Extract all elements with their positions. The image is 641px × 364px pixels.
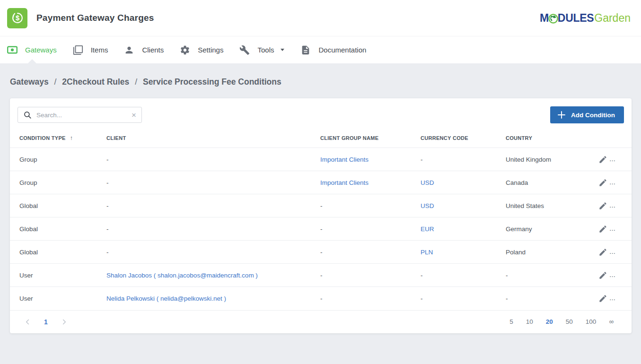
edit-icon[interactable] xyxy=(598,225,607,234)
cell-client-group-name: - xyxy=(316,287,417,310)
previous-page-icon[interactable] xyxy=(23,318,32,326)
cell-currency-code: - xyxy=(417,264,502,287)
search-input[interactable] xyxy=(36,112,127,119)
wrench-icon xyxy=(239,45,250,55)
page-size-50[interactable]: 50 xyxy=(566,318,573,325)
client-group-link[interactable]: Important Clients xyxy=(320,156,369,163)
delete-icon[interactable] xyxy=(619,155,628,164)
breadcrumb-gateways[interactable]: Gateways xyxy=(10,77,49,87)
cell-currency-code: PLN xyxy=(417,241,502,264)
edit-icon[interactable] xyxy=(598,178,607,187)
next-page-icon[interactable] xyxy=(60,318,69,326)
table-header-row: CONDITION TYPE↑ CLIENT CLIENT GROUP NAME… xyxy=(10,127,632,148)
tab-gateways[interactable]: Gateways xyxy=(0,36,65,63)
delete-icon[interactable] xyxy=(619,294,628,303)
tab-label: Tools xyxy=(257,46,274,54)
cell-client: - xyxy=(103,148,316,171)
search-box[interactable]: × xyxy=(18,107,142,123)
column-header-country[interactable]: COUNTRY xyxy=(502,127,585,148)
cell-actions xyxy=(585,264,632,287)
column-header-currency-code[interactable]: CURRENCY CODE xyxy=(417,127,502,148)
table-row: Global - - EUR Germany xyxy=(10,217,632,241)
tab-clients[interactable]: Clients xyxy=(116,36,172,63)
cell-country: Poland xyxy=(502,241,585,264)
tab-tools[interactable]: Tools xyxy=(231,36,292,63)
cell-country: - xyxy=(502,264,585,287)
cell-actions xyxy=(585,287,632,310)
cell-condition-type: Global xyxy=(10,241,103,264)
cell-client: - xyxy=(103,241,316,264)
delete-icon[interactable] xyxy=(619,248,628,257)
edit-icon[interactable] xyxy=(598,201,607,210)
page-size-20[interactable]: 20 xyxy=(546,318,553,325)
table-row: Global - - PLN Poland xyxy=(10,241,632,264)
column-header-client-group-name[interactable]: CLIENT GROUP NAME xyxy=(316,127,417,148)
column-header-condition-type[interactable]: CONDITION TYPE↑ xyxy=(10,127,103,148)
client-group-link[interactable]: Important Clients xyxy=(320,179,369,186)
cell-client-group-name: - xyxy=(316,264,417,287)
client-link[interactable]: Nelida Pelkowski ( nelida@pelkowski.net … xyxy=(106,295,226,302)
currency-link[interactable]: USD xyxy=(421,202,434,209)
main-nav: Gateways Items Clients Settings Tools Do… xyxy=(0,36,641,63)
cell-condition-type: Group xyxy=(10,171,103,194)
client-link[interactable]: Shalon Jacobos ( shalon.jacobos@maidencr… xyxy=(106,272,258,279)
breadcrumb: Gateways / 2Checkout Rules / Service Pro… xyxy=(10,63,632,98)
modulesgarden-logo[interactable]: M DULES Garden xyxy=(540,12,631,25)
tab-label: Documentation xyxy=(318,46,366,54)
tab-documentation[interactable]: Documentation xyxy=(292,36,374,63)
cell-client: - xyxy=(103,217,316,241)
tab-label: Gateways xyxy=(25,46,57,54)
cell-client-group-name: - xyxy=(316,194,417,217)
search-icon xyxy=(23,111,32,120)
copy-icon xyxy=(73,45,83,55)
table-row: Group - Important Clients USD Canada xyxy=(10,171,632,194)
edit-icon[interactable] xyxy=(598,248,607,257)
tab-items[interactable]: Items xyxy=(65,36,116,63)
cell-client: Shalon Jacobos ( shalon.jacobos@maidencr… xyxy=(103,264,316,287)
tab-settings[interactable]: Settings xyxy=(172,36,231,63)
cell-actions xyxy=(585,171,632,194)
edit-icon[interactable] xyxy=(598,155,607,164)
cell-client: - xyxy=(103,171,316,194)
gear-icon xyxy=(180,45,190,55)
delete-icon[interactable] xyxy=(619,271,628,280)
cell-condition-type: User xyxy=(10,287,103,310)
cell-client-group-name: - xyxy=(316,217,417,241)
delete-icon[interactable] xyxy=(619,225,628,234)
edit-icon[interactable] xyxy=(598,271,607,280)
column-header-client[interactable]: CLIENT xyxy=(103,127,316,148)
content-area: Gateways / 2Checkout Rules / Service Pro… xyxy=(0,63,641,333)
clear-search-icon[interactable]: × xyxy=(131,111,137,119)
cell-client: - xyxy=(103,194,316,217)
brand-part-3: Garden xyxy=(594,12,631,25)
cell-country: United Kingdom xyxy=(502,148,585,171)
edit-icon[interactable] xyxy=(598,294,607,303)
add-condition-button[interactable]: Add Condition xyxy=(550,106,624,123)
app-header: $ Payment Gateway Charges M DULES Garden xyxy=(0,0,641,36)
brand-part-1: M xyxy=(540,12,549,25)
breadcrumb-separator: / xyxy=(135,77,137,87)
delete-icon[interactable] xyxy=(619,178,628,187)
person-icon xyxy=(124,45,134,55)
globe-icon xyxy=(548,14,558,24)
currency-link[interactable]: PLN xyxy=(421,249,433,256)
table-row: User Shalon Jacobos ( shalon.jacobos@mai… xyxy=(10,264,632,287)
page-size-unlimited[interactable]: ∞ xyxy=(609,318,614,325)
table-row: Group - Important Clients - United Kingd… xyxy=(10,148,632,171)
document-icon xyxy=(300,45,311,55)
cell-client: Nelida Pelkowski ( nelida@pelkowski.net … xyxy=(103,287,316,310)
breadcrumb-2checkout-rules[interactable]: 2Checkout Rules xyxy=(62,77,129,87)
plus-icon xyxy=(558,111,565,119)
currency-link[interactable]: USD xyxy=(421,179,434,186)
breadcrumb-separator: / xyxy=(54,77,57,87)
currency-link[interactable]: EUR xyxy=(421,225,434,233)
page-number[interactable]: 1 xyxy=(44,318,48,326)
cell-actions xyxy=(585,148,632,171)
delete-icon[interactable] xyxy=(619,201,628,210)
chevron-down-icon[interactable] xyxy=(281,49,284,51)
page-size-10[interactable]: 10 xyxy=(526,318,533,325)
table-row: Global - - USD United States xyxy=(10,194,632,217)
breadcrumb-current-page: Service Processing Fee Conditions xyxy=(143,77,281,87)
page-size-5[interactable]: 5 xyxy=(509,318,513,325)
page-size-100[interactable]: 100 xyxy=(586,318,597,325)
